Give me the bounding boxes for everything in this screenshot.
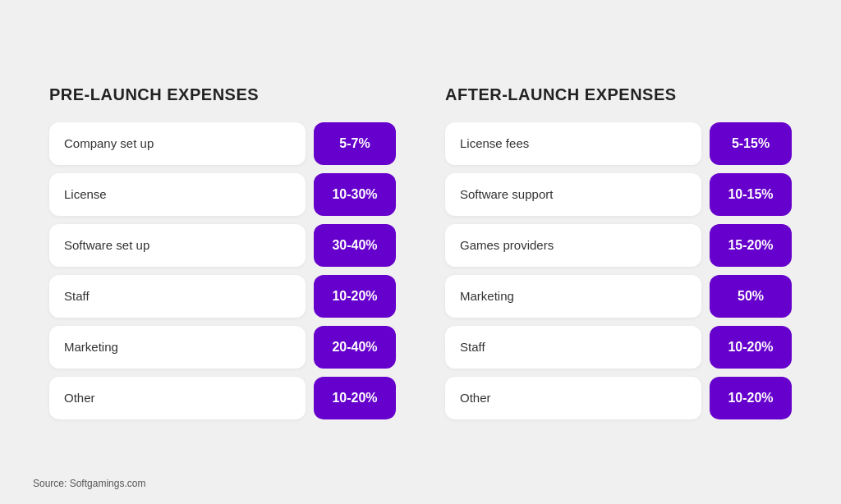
pre-launch-row: Marketing20-40% xyxy=(49,326,396,369)
source-label: Source: Softgamings.com xyxy=(33,478,145,489)
pre-launch-section: Pre-Launch Expenses Company set up5-7%Li… xyxy=(49,85,396,419)
after-launch-value-3: 50% xyxy=(710,275,792,318)
after-launch-value-1: 10-15% xyxy=(710,173,792,216)
after-launch-label-1: Software support xyxy=(445,173,701,216)
after-launch-value-5: 10-20% xyxy=(710,377,792,419)
pre-launch-title: Pre-Launch Expenses xyxy=(49,85,396,104)
pre-launch-label-1: License xyxy=(49,173,306,216)
after-launch-section: After-Launch Expenses License fees5-15%S… xyxy=(445,85,792,419)
after-launch-value-2: 15-20% xyxy=(710,224,792,267)
pre-launch-row: Other10-20% xyxy=(49,377,396,419)
after-launch-row: Staff10-20% xyxy=(445,326,792,369)
pre-launch-label-3: Staff xyxy=(49,275,306,318)
after-launch-row: Software support10-15% xyxy=(445,173,792,216)
after-launch-value-0: 5-15% xyxy=(710,122,792,165)
after-launch-label-2: Games providers xyxy=(445,224,701,267)
pre-launch-row: Software set up30-40% xyxy=(49,224,396,267)
after-launch-label-4: Staff xyxy=(445,326,701,369)
pre-launch-label-5: Other xyxy=(49,377,306,419)
pre-launch-label-0: Company set up xyxy=(49,122,306,165)
main-container: Pre-Launch Expenses Company set up5-7%Li… xyxy=(0,53,841,452)
after-launch-row: License fees5-15% xyxy=(445,122,792,165)
pre-launch-value-3: 10-20% xyxy=(314,275,396,318)
pre-launch-row: Staff10-20% xyxy=(49,275,396,318)
after-launch-label-5: Other xyxy=(445,377,701,419)
pre-launch-label-4: Marketing xyxy=(49,326,306,369)
after-launch-row: Games providers15-20% xyxy=(445,224,792,267)
after-launch-label-3: Marketing xyxy=(445,275,701,318)
after-launch-title: After-Launch Expenses xyxy=(445,85,792,104)
pre-launch-value-1: 10-30% xyxy=(314,173,396,216)
after-launch-value-4: 10-20% xyxy=(710,326,792,369)
after-launch-row: Other10-20% xyxy=(445,377,792,419)
pre-launch-row: License10-30% xyxy=(49,173,396,216)
after-launch-row: Marketing50% xyxy=(445,275,792,318)
pre-launch-rows: Company set up5-7%License10-30%Software … xyxy=(49,122,396,419)
pre-launch-value-0: 5-7% xyxy=(314,122,396,165)
pre-launch-value-4: 20-40% xyxy=(314,326,396,369)
pre-launch-value-2: 30-40% xyxy=(314,224,396,267)
pre-launch-label-2: Software set up xyxy=(49,224,306,267)
pre-launch-row: Company set up5-7% xyxy=(49,122,396,165)
after-launch-rows: License fees5-15%Software support10-15%G… xyxy=(445,122,792,419)
pre-launch-value-5: 10-20% xyxy=(314,377,396,419)
after-launch-label-0: License fees xyxy=(445,122,701,165)
